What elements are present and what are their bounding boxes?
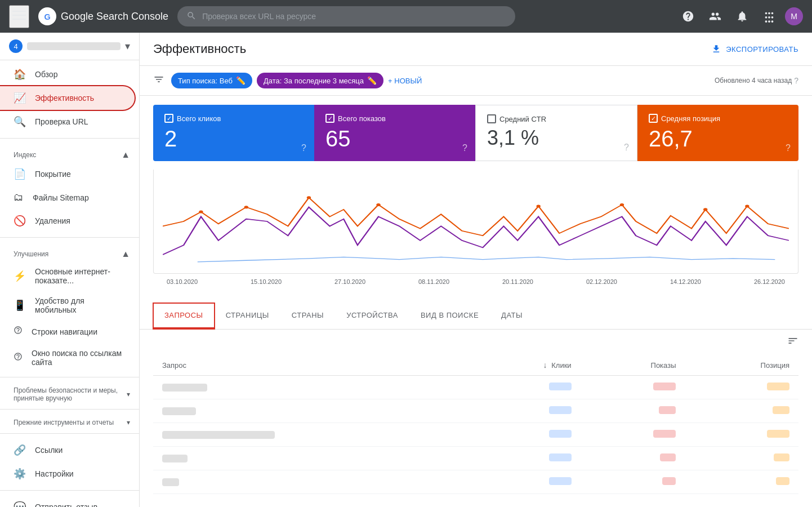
security-section-header[interactable]: Проблемы безопасности и меры, принятые в… (0, 382, 139, 404)
svg-rect-0 (12, 11, 26, 12)
sidebar-item-coverage[interactable]: 📄 Покрытие (0, 162, 135, 186)
metric-impressions-label: Всего показов (325, 114, 464, 123)
skeleton-impressions (659, 406, 676, 414)
sort-icon: ↓ (543, 361, 547, 370)
legacy-section-label: Прежние инструменты и отчеты (14, 419, 114, 426)
svg-point-9 (536, 204, 540, 207)
metric-impressions[interactable]: Всего показов 65 ? (314, 105, 475, 161)
filter-icon[interactable] (153, 74, 164, 88)
col-position: Позиция (685, 355, 798, 376)
impressions-checkbox[interactable] (325, 114, 334, 123)
svg-point-10 (620, 203, 624, 206)
col-clicks[interactable]: ↓ Клики (469, 355, 581, 376)
sidebar-divider (0, 138, 139, 139)
date-filter[interactable]: Дата: За последние 3 месяца ✏️ (257, 73, 383, 88)
sidebar-item-overview[interactable]: 🏠 Обзор (0, 63, 135, 86)
sidebar-item-feedback[interactable]: 💬 Отправить отзыв (0, 495, 135, 507)
sidebar-divider-2 (0, 237, 139, 238)
sidebar-item-breadcrumbs[interactable]: Строки навигации (0, 320, 135, 343)
tab-pages[interactable]: СТРАНИЦЫ (215, 303, 280, 329)
property-selector[interactable]: 4 ▾ (0, 33, 139, 60)
tab-dates[interactable]: ДАТЫ (490, 303, 534, 329)
sidebar-item-performance[interactable]: 📈 Эффективность (0, 86, 135, 110)
skeleton-impressions (653, 430, 676, 438)
sidebar-divider-5 (0, 433, 139, 434)
position-checkbox[interactable] (649, 114, 658, 123)
skeleton-clicks (549, 453, 572, 461)
table-filter-icon[interactable] (787, 335, 798, 349)
sidebar-item-settings[interactable]: ⚙️ Настройки (0, 462, 135, 486)
sidebar-item-mobile[interactable]: 📱 Удобство для мобильных (0, 291, 135, 320)
skeleton-query (162, 478, 179, 486)
table-header: Запрос ↓ Клики Показы Позиция (153, 355, 798, 376)
clicks-help-icon[interactable]: ? (301, 143, 306, 153)
index-section-header[interactable]: Индекс ▲ (0, 143, 139, 162)
edit-search-type-icon: ✏️ (236, 76, 246, 85)
export-label: ЭКСПОРТИРОВАТЬ (726, 45, 798, 54)
metric-position[interactable]: Средняя позиция 26,7 ? (637, 105, 798, 161)
sidebar-item-sitemap[interactable]: 🗂 Файлы Sitemap (0, 186, 135, 209)
grid-button[interactable] (758, 5, 780, 28)
sidebar-item-core-vitals[interactable]: ⚡ Основные интернет-показате... (0, 261, 135, 291)
metric-ctr-label: Средний CTR (487, 114, 626, 123)
metrics-row: Всего кликов 2 ? Всего показов 65 ? Сред… (140, 96, 812, 170)
property-chevron-icon: ▾ (125, 40, 130, 52)
position-help-icon[interactable]: ? (786, 143, 791, 153)
sidebar-item-label: Удобство для мобильных (35, 296, 126, 314)
skeleton-query (162, 455, 188, 462)
performance-chart (163, 179, 789, 264)
export-button[interactable]: ЭКСПОРТИРОВАТЬ (711, 44, 798, 54)
table-row (153, 470, 798, 494)
table-row (153, 423, 798, 447)
user-avatar[interactable]: М (785, 7, 803, 25)
legacy-chevron-icon: ▾ (127, 419, 130, 426)
skeleton-position (767, 383, 789, 390)
app-logo: G Google Search Console (38, 7, 168, 25)
impressions-help-icon[interactable]: ? (462, 143, 467, 153)
chart-dates: 03.10.2020 15.10.2020 27.10.2020 08.11.2… (153, 274, 798, 294)
updated-help-icon[interactable]: ? (794, 76, 798, 85)
sidebar-item-links[interactable]: 🔗 Ссылки (0, 438, 135, 462)
table-body (153, 376, 798, 494)
search-bar[interactable] (177, 6, 515, 26)
metric-position-label: Средняя позиция (649, 114, 787, 123)
accounts-button[interactable] (704, 5, 726, 28)
metric-ctr[interactable]: Средний CTR 3,1 % ? (475, 105, 637, 161)
svg-point-11 (703, 208, 707, 211)
skeleton-position (767, 430, 789, 438)
performance-icon: 📈 (14, 92, 26, 104)
help-button[interactable] (677, 5, 699, 28)
tab-queries[interactable]: ЗАПРОСЫ (153, 303, 215, 329)
clicks-checkbox[interactable] (164, 114, 173, 123)
sidebar-item-label: Проверка URL (35, 117, 88, 126)
ctr-checkbox[interactable] (487, 114, 496, 123)
tab-search-type[interactable]: ВИД В ПОИСКЕ (409, 303, 490, 329)
sidebar-item-sitelinks[interactable]: Окно поиска по ссылкам сайта (0, 343, 135, 372)
notifications-button[interactable] (731, 5, 753, 28)
improvements-chevron-icon: ▲ (121, 249, 130, 259)
sidebar-item-label: Окно поиска по ссылкам сайта (32, 349, 126, 367)
sidebar-item-removals[interactable]: 🚫 Удаления (0, 209, 135, 233)
ctr-help-icon[interactable]: ? (624, 143, 629, 153)
metric-clicks[interactable]: Всего кликов 2 ? (153, 105, 314, 161)
clicks-value: 2 (164, 127, 303, 150)
legacy-section-header[interactable]: Прежние инструменты и отчеты ▾ (0, 414, 139, 429)
chart-date-1: 15.10.2020 (251, 278, 282, 285)
sidebar-item-label: Отправить отзыв (35, 502, 97, 507)
sidebar-item-url-check[interactable]: 🔍 Проверка URL (0, 110, 135, 134)
sidebar-item-label: Ссылки (35, 446, 63, 455)
new-filter-button[interactable]: + НОВЫЙ (388, 77, 422, 85)
sidebar-item-label: Удаления (35, 216, 70, 225)
svg-text:G: G (44, 12, 50, 21)
core-vitals-icon: ⚡ (14, 270, 26, 282)
chart-date-6: 14.12.2020 (670, 278, 701, 285)
hamburger-menu[interactable] (9, 5, 29, 28)
tab-devices[interactable]: УСТРОЙСТВА (335, 303, 409, 329)
search-input[interactable] (202, 12, 506, 21)
skeleton-position (776, 477, 789, 485)
tab-countries[interactable]: СТРАНЫ (280, 303, 335, 329)
gsc-logo-icon: G (38, 7, 56, 25)
sitelinks-icon (14, 352, 23, 364)
search-type-filter[interactable]: Тип поиска: Веб ✏️ (171, 73, 252, 88)
improvements-section-header[interactable]: Улучшения ▲ (0, 242, 139, 261)
